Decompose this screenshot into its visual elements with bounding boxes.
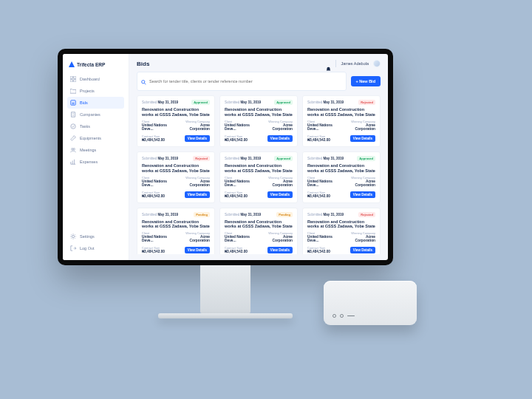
submitted-label: Submitted May 31, 2019 (225, 213, 261, 216)
search-icon (141, 75, 146, 88)
sum-value: ₦3,484,542.00 (225, 194, 248, 198)
search-input[interactable] (149, 79, 342, 83)
view-details-button[interactable]: View Details (267, 247, 293, 253)
mac-studio-box (324, 281, 417, 325)
winner-value: Acme Corporation (180, 180, 210, 187)
view-details-button[interactable]: View Details (267, 135, 293, 142)
topbar: Bids James Adebola (137, 60, 381, 67)
sidebar-item-label: Tasks (80, 124, 90, 129)
sidebar-item-tasks[interactable]: Tasks (67, 120, 124, 132)
sidebar-item-bids[interactable]: Bids (67, 97, 124, 109)
client-value: United Nations Deve... (225, 123, 260, 131)
sidebar-item-label: Log Out (80, 246, 95, 250)
search-box[interactable] (137, 72, 347, 91)
username: James Adebola (341, 61, 369, 66)
sidebar-item-equipments[interactable]: Equipments (67, 132, 124, 144)
client-value: United Nations Deve... (307, 235, 343, 242)
sum-value: ₦3,484,542.00 (307, 250, 330, 253)
submitted-label: Submitted May 31, 2019 (142, 213, 178, 216)
bell-icon[interactable] (326, 61, 331, 66)
sum-value: ₦3,484,542.00 (142, 138, 165, 142)
sidebar-item-dashboard[interactable]: Dashboard (67, 73, 124, 85)
winner-value: Acme Corporation (180, 123, 210, 131)
view-details-button[interactable]: View Details (185, 191, 210, 198)
check-icon (70, 123, 76, 129)
sidebar-item-label: Meetings (80, 148, 96, 152)
bid-title: Renovation and Construction works at GSS… (307, 163, 375, 174)
main-area: Bids James Adebola + New Bid Submitted M… (129, 54, 388, 260)
divider (335, 60, 336, 67)
sidebar-item-label: Projects (80, 89, 95, 93)
bid-card: Submitted May 31, 2019ApprovedRenovation… (302, 151, 381, 203)
submitted-label: Submitted May 31, 2019 (307, 100, 344, 104)
bid-title: Renovation and Construction works at GSS… (307, 107, 375, 117)
avatar[interactable] (373, 60, 381, 67)
app-screen: Trifecta ERP Dashboard Projects Bids Com… (63, 54, 388, 260)
bid-card: Submitted May 31, 2019RejectedRenovation… (137, 151, 215, 203)
front-ports (332, 314, 355, 318)
svg-rect-2 (70, 80, 72, 82)
client-value: United Nations Deve... (142, 235, 177, 242)
winner-value: Acme Corporation (180, 235, 210, 242)
usbc-port-icon (340, 314, 344, 318)
status-badge: Pending (276, 212, 293, 217)
dashboard-icon (70, 76, 76, 82)
client-value: United Nations Deve... (225, 180, 260, 187)
bid-card: Submitted May 31, 2019PendingRenovation … (219, 208, 298, 255)
bids-icon (70, 100, 76, 106)
submitted-label: Submitted May 31, 2019 (225, 157, 261, 160)
sum-value: ₦3,484,542.00 (307, 138, 330, 142)
page-title: Bids (137, 61, 149, 67)
usbc-port-icon (332, 314, 336, 318)
view-details-button[interactable]: View Details (350, 191, 375, 198)
bid-title: Renovation and Construction works at GSS… (307, 219, 375, 230)
chart-icon (70, 159, 76, 165)
winner-value: Acme Corporation (346, 180, 375, 187)
sidebar-item-projects[interactable]: Projects (67, 85, 124, 97)
bid-card: Submitted May 31, 2019ApprovedRenovation… (137, 95, 215, 147)
sidebar-item-meetings[interactable]: Meetings (67, 144, 124, 156)
bid-title: Renovation and Construction works at GSS… (142, 107, 210, 117)
logout-icon (70, 245, 76, 251)
view-details-button[interactable]: View Details (350, 135, 375, 142)
sd-slot-icon (347, 316, 355, 317)
status-badge: Rejected (193, 156, 210, 161)
status-badge: Approved (191, 100, 210, 105)
submitted-label: Submitted May 31, 2019 (225, 100, 261, 104)
view-details-button[interactable]: View Details (350, 247, 375, 253)
sum-value: ₦3,484,542.00 (142, 194, 165, 198)
sidebar-item-expenses[interactable]: Expenses (67, 156, 124, 168)
sidebar-item-companies[interactable]: Companies (67, 109, 124, 120)
winner-value: Acme Corporation (346, 235, 375, 242)
logo[interactable]: Trifecta ERP (67, 60, 124, 73)
view-details-button[interactable]: View Details (185, 135, 210, 142)
client-value: United Nations Deve... (142, 180, 177, 187)
submitted-label: Submitted May 31, 2019 (142, 157, 178, 160)
view-details-button[interactable]: View Details (267, 191, 293, 198)
sidebar-item-logout[interactable]: Log Out (67, 242, 124, 254)
users-icon (70, 147, 76, 153)
sidebar-item-settings[interactable]: Settings (67, 231, 124, 242)
sum-value: ₦3,484,542.00 (307, 194, 330, 198)
bid-card: Submitted May 31, 2019ApprovedRenovation… (219, 151, 298, 203)
client-value: United Nations Deve... (142, 123, 177, 131)
status-badge: Approved (357, 156, 375, 161)
bid-title: Renovation and Construction works at GSS… (225, 219, 293, 230)
gear-icon (70, 233, 76, 239)
bid-title: Renovation and Construction works at GSS… (142, 163, 210, 174)
view-details-button[interactable]: View Details (185, 247, 210, 253)
wrench-icon (70, 135, 76, 141)
bid-title: Renovation and Construction works at GSS… (225, 163, 293, 174)
client-value: United Nations Deve... (307, 123, 343, 131)
sidebar-item-label: Bids (80, 100, 88, 105)
sum-value: ₦3,484,542.00 (142, 250, 165, 253)
sidebar: Trifecta ERP Dashboard Projects Bids Com… (63, 54, 129, 260)
bid-card: Submitted May 31, 2019ApprovedRenovation… (219, 95, 298, 147)
new-bid-button[interactable]: + New Bid (351, 76, 381, 86)
sum-value: ₦3,484,542.00 (225, 138, 248, 142)
winner-value: Acme Corporation (263, 123, 293, 131)
svg-rect-3 (74, 80, 76, 82)
submitted-label: Submitted May 31, 2019 (307, 213, 344, 216)
status-badge: Rejected (358, 100, 375, 105)
client-value: United Nations Deve... (307, 180, 343, 187)
